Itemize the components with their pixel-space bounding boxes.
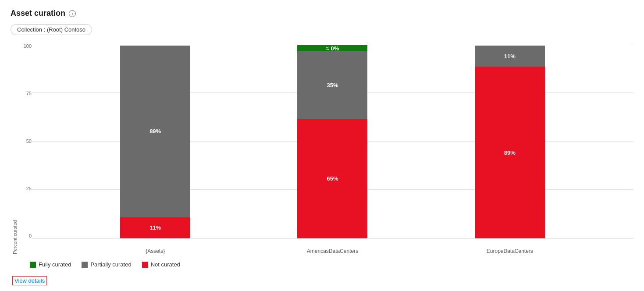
bar-label-americas-not: 65% <box>327 175 338 182</box>
bar-group-europe: 11% 89% <box>475 46 545 238</box>
y-tick-50: 50 <box>26 139 32 144</box>
bar-segment-europe-not: 89% <box>475 67 545 238</box>
bar-stack-europe: 11% 89% <box>475 46 545 238</box>
collection-filter-pill[interactable]: Collection : (Root) Contoso <box>11 24 92 35</box>
legend-label-partially: Partially curated <box>90 261 131 268</box>
bar-stack-assets: 89% 11% <box>120 46 190 238</box>
chart-legend: Fully curated Partially curated Not cura… <box>11 261 633 268</box>
bar-segment-assets-partially: 89% <box>120 46 190 217</box>
y-tick-25: 25 <box>26 186 32 191</box>
legend-item-partially: Partially curated <box>82 261 131 268</box>
legend-label-fully: Fully curated <box>39 261 71 268</box>
x-label-europe: EuropeDataCenters <box>475 248 545 254</box>
bar-label-americas-partially: 35% <box>327 82 338 89</box>
bar-group-americas: ≈ 0% 35% 65% <box>297 46 367 238</box>
x-label-americas: AmericasDataCenters <box>297 248 367 254</box>
legend-item-fully: Fully curated <box>30 261 71 268</box>
bar-segment-americas-partially: 35% <box>297 51 367 119</box>
x-label-assets: {Assets} <box>120 248 190 254</box>
chart-plot: 89% 11% ≈ 0% 35% <box>32 44 633 254</box>
bar-segment-assets-not: 11% <box>120 217 190 238</box>
legend-swatch-fully <box>30 262 36 268</box>
view-details-link[interactable]: View details <box>12 276 47 285</box>
bar-label-americas-fully: ≈ 0% <box>326 45 339 52</box>
legend-swatch-not <box>142 262 148 268</box>
bar-label-europe-not: 89% <box>504 149 516 156</box>
legend-swatch-partially <box>82 262 88 268</box>
bar-label-europe-partially: 11% <box>504 53 516 60</box>
y-axis-ticks: 100 75 50 25 0 <box>18 44 32 254</box>
bar-segment-americas-fully: ≈ 0% <box>297 45 367 51</box>
view-details-row: View details <box>11 277 633 284</box>
legend-item-not: Not curated <box>142 261 180 268</box>
bar-label-assets-partially: 89% <box>149 128 161 135</box>
info-icon[interactable]: i <box>69 10 76 17</box>
y-axis-label: Percent curated <box>11 44 18 254</box>
bar-stack-americas: ≈ 0% 35% 65% <box>297 46 367 238</box>
bar-segment-americas-not: 65% <box>297 119 367 238</box>
page-title: Asset curation <box>11 9 65 18</box>
y-tick-75: 75 <box>26 91 32 96</box>
bar-segment-europe-partially: 11% <box>475 46 545 67</box>
bars-container: 89% 11% ≈ 0% 35% <box>32 44 633 238</box>
legend-label-not: Not curated <box>151 261 180 268</box>
bar-group-assets: 89% 11% <box>120 46 190 238</box>
x-labels: {Assets} AmericasDataCenters EuropeDataC… <box>32 238 633 254</box>
y-tick-100: 100 <box>24 44 32 49</box>
bar-label-assets-not: 11% <box>149 224 161 231</box>
